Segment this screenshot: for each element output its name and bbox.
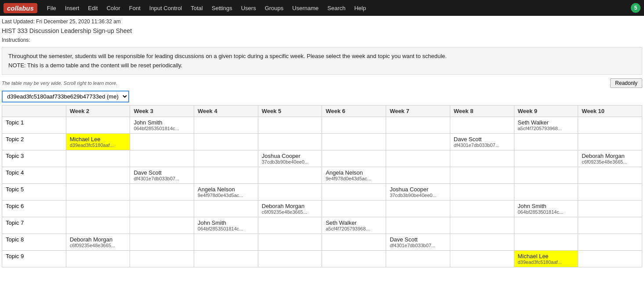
cell-r8-c6[interactable]: [450, 251, 514, 267]
cell-r0-c1[interactable]: John Smith064bf2853501814c...: [130, 117, 194, 134]
menu-total[interactable]: Total: [186, 3, 207, 13]
cell-r1-c6[interactable]: Dave Scottdf4301e7db033b07...: [450, 134, 514, 150]
menu-help[interactable]: Help: [350, 3, 370, 13]
cell-r5-c0[interactable]: [66, 201, 130, 217]
cell-r3-c3[interactable]: [258, 167, 322, 184]
cell-r0-c5[interactable]: [386, 117, 450, 134]
cell-r3-c2[interactable]: [194, 167, 258, 184]
cell-r2-c8[interactable]: Deborah Morganc6f09235e48e3665...: [578, 150, 642, 167]
cell-r5-c2[interactable]: [194, 201, 258, 217]
cell-r3-c6[interactable]: [450, 167, 514, 184]
cell-r3-c0[interactable]: [66, 167, 130, 184]
cell-r2-c2[interactable]: [194, 150, 258, 167]
cell-r7-c2[interactable]: [194, 234, 258, 251]
cell-r0-c7[interactable]: Seth Walkera5cf4f7205793968...: [514, 117, 578, 134]
cell-r8-c2[interactable]: [194, 251, 258, 267]
cell-r1-c1[interactable]: [130, 134, 194, 150]
cell-r4-c5[interactable]: Joshua Cooper37cdb3b90be40ee0...: [386, 184, 450, 201]
cell-r1-c2[interactable]: [194, 134, 258, 150]
cell-r4-c8[interactable]: [578, 184, 642, 201]
cell-r0-c6[interactable]: [450, 117, 514, 134]
scroll-hint: The table may be very wide. Scroll right…: [2, 80, 118, 86]
cell-r0-c8[interactable]: [578, 117, 642, 134]
cell-r7-c6[interactable]: [450, 234, 514, 251]
cell-r7-c5[interactable]: Dave Scottdf4301e7db033b07...: [386, 234, 450, 251]
cell-r7-c7[interactable]: [514, 234, 578, 251]
cell-r5-c1[interactable]: [130, 201, 194, 217]
cell-r2-c3[interactable]: Joshua Cooper37cdb3b90be40ee0...: [258, 150, 322, 167]
menu-file[interactable]: File: [43, 3, 61, 13]
cell-r1-c5[interactable]: [386, 134, 450, 150]
menu-username[interactable]: Username: [288, 3, 323, 13]
cell-r8-c0[interactable]: [66, 251, 130, 267]
cell-r7-c8[interactable]: [578, 234, 642, 251]
cell-r3-c5[interactable]: [386, 167, 450, 184]
cell-r1-c4[interactable]: [322, 134, 386, 150]
cell-r8-c7[interactable]: Michael Leed39ead3fc5180aaf...: [514, 251, 578, 267]
cell-r4-c7[interactable]: [514, 184, 578, 201]
cell-r8-c1[interactable]: [130, 251, 194, 267]
cell-r6-c1[interactable]: [130, 217, 194, 234]
user-select-dropdown[interactable]: d39ead3fc5180aaf733be629b47733ed (me): [2, 91, 129, 102]
cell-r3-c8[interactable]: [578, 167, 642, 184]
menu-groups[interactable]: Groups: [260, 3, 288, 13]
menu-input-control[interactable]: Input Control: [145, 3, 186, 13]
cell-r1-c3[interactable]: [258, 134, 322, 150]
menu-color[interactable]: Color: [102, 3, 125, 13]
cell-r2-c7[interactable]: [514, 150, 578, 167]
cell-r0-c2[interactable]: [194, 117, 258, 134]
cell-r8-c5[interactable]: [386, 251, 450, 267]
cell-r5-c5[interactable]: [386, 201, 450, 217]
cell-r0-c0[interactable]: [66, 117, 130, 134]
readonly-button[interactable]: Readonly: [610, 78, 642, 88]
cell-r5-c3[interactable]: Deborah Morganc6f09235e48e3665...: [258, 201, 322, 217]
cell-r4-c6[interactable]: [450, 184, 514, 201]
cell-r4-c3[interactable]: [258, 184, 322, 201]
cell-r0-c3[interactable]: [258, 117, 322, 134]
cell-r2-c5[interactable]: [386, 150, 450, 167]
cell-r0-c4[interactable]: [322, 117, 386, 134]
cell-r1-c8[interactable]: [578, 134, 642, 150]
cell-r5-c4[interactable]: [322, 201, 386, 217]
topic-label-8: Topic 9: [2, 251, 66, 267]
cell-r2-c0[interactable]: [66, 150, 130, 167]
menu-search[interactable]: Search: [323, 3, 350, 13]
cell-r7-c0[interactable]: Deborah Morganc6f09235e48e3665...: [66, 234, 130, 251]
cell-r8-c8[interactable]: [578, 251, 642, 267]
cell-r7-c1[interactable]: [130, 234, 194, 251]
col-header-week3: Week 3: [130, 106, 194, 117]
cell-r2-c4[interactable]: [322, 150, 386, 167]
menu-users[interactable]: Users: [237, 3, 260, 13]
cell-r6-c4[interactable]: Seth Walkera5cf4f7205793968...: [322, 217, 386, 234]
cell-r6-c3[interactable]: [258, 217, 322, 234]
cell-r5-c8[interactable]: [578, 201, 642, 217]
cell-r4-c1[interactable]: [130, 184, 194, 201]
menu-insert[interactable]: Insert: [61, 3, 84, 13]
cell-r3-c7[interactable]: [514, 167, 578, 184]
menu-settings[interactable]: Settings: [207, 3, 237, 13]
cell-r3-c1[interactable]: Dave Scottdf4301e7db033b07...: [130, 167, 194, 184]
cell-r1-c0[interactable]: Michael Leed39ead3fc5180aaf...: [66, 134, 130, 150]
cell-r8-c4[interactable]: [322, 251, 386, 267]
cell-r1-c7[interactable]: [514, 134, 578, 150]
menu-font[interactable]: Font: [125, 3, 145, 13]
cell-r7-c3[interactable]: [258, 234, 322, 251]
cell-r6-c5[interactable]: [386, 217, 450, 234]
cell-r5-c6[interactable]: [450, 201, 514, 217]
cell-r5-c7[interactable]: John Smith064bf2853501814c...: [514, 201, 578, 217]
cell-r4-c2[interactable]: Angela Nelson9e4f978d0e43d5ac...: [194, 184, 258, 201]
cell-r3-c4[interactable]: Angela Nelson9e4f978d0e43d5ac...: [322, 167, 386, 184]
cell-r4-c4[interactable]: [322, 184, 386, 201]
cell-r6-c7[interactable]: [514, 217, 578, 234]
cell-r6-c8[interactable]: [578, 217, 642, 234]
cell-r4-c0[interactable]: [66, 184, 130, 201]
menu-edit[interactable]: Edit: [83, 3, 102, 13]
cell-r6-c0[interactable]: [66, 217, 130, 234]
cell-r8-c3[interactable]: [258, 251, 322, 267]
cell-r6-c2[interactable]: John Smith064bf2853501814c...: [194, 217, 258, 234]
cell-r2-c6[interactable]: [450, 150, 514, 167]
cell-r6-c6[interactable]: [450, 217, 514, 234]
topic-label-6: Topic 7: [2, 217, 66, 234]
cell-r7-c4[interactable]: [322, 234, 386, 251]
cell-r2-c1[interactable]: [130, 150, 194, 167]
